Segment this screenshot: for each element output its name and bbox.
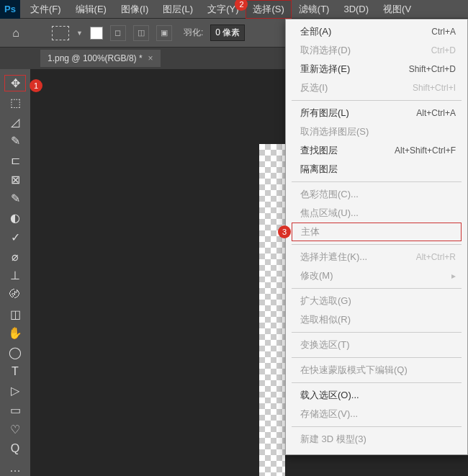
menu-item-label: 全部(A) bbox=[300, 24, 331, 39]
menu-item-10: 色彩范围(C)... bbox=[286, 185, 467, 204]
menu-item-7[interactable]: 查找图层Alt+Shift+Ctrl+F bbox=[286, 141, 467, 160]
menu-item-14: 选择并遮住(K)...Alt+Ctrl+R bbox=[286, 248, 467, 266]
home-icon[interactable]: ⌂ bbox=[6, 27, 26, 40]
select-menu-dropdown: 全部(A)Ctrl+A取消选择(D)Ctrl+D重新选择(E)Shift+Ctr… bbox=[285, 19, 468, 455]
menu-item-shortcut: Alt+Ctrl+R bbox=[416, 250, 456, 264]
menu-item-2[interactable]: 重新选择(E)Shift+Ctrl+D bbox=[286, 60, 467, 78]
menu-item-3: 反选(I)Shift+Ctrl+I bbox=[286, 78, 467, 97]
menu-separator bbox=[292, 382, 462, 383]
blur-tool[interactable]: ✋ bbox=[4, 325, 26, 342]
menu-item-shortcut: Alt+Shift+Ctrl+F bbox=[395, 143, 456, 158]
move-tool[interactable]: ✥ 1 bbox=[4, 75, 26, 91]
menu-item-11: 焦点区域(U)... bbox=[286, 204, 467, 223]
document-tab[interactable]: 1.png @ 100%(RGB/8) * × bbox=[40, 50, 161, 67]
annotation-marker-1: 1 bbox=[30, 79, 42, 92]
menu-item-label: 载入选区(O)... bbox=[300, 388, 359, 403]
healing-tool[interactable]: ◐ bbox=[4, 210, 26, 226]
menu-edit[interactable]: 编辑(E) bbox=[68, 0, 114, 19]
menu-filter[interactable]: 滤镜(T) bbox=[292, 0, 337, 19]
document-title: 1.png @ 100%(RGB/8) * bbox=[48, 53, 143, 63]
brush-tool[interactable]: ✓ bbox=[4, 229, 26, 246]
menu-item-20: 变换选区(T) bbox=[286, 336, 467, 354]
menu-item-24[interactable]: 载入选区(O)... bbox=[286, 386, 467, 405]
menu-layer[interactable]: 图层(L) bbox=[156, 0, 200, 19]
marquee-tool[interactable]: ⬚ bbox=[4, 94, 26, 111]
menu-item-label: 反选(I) bbox=[300, 81, 328, 95]
menu-item-label: 隔离图层 bbox=[300, 162, 338, 176]
menubar: Ps 文件(F) 编辑(E) 图像(I) 图层(L) 文字(Y) 选择(S) 2… bbox=[0, 0, 468, 19]
mode-icon-3[interactable]: ▣ bbox=[156, 25, 172, 41]
menu-separator bbox=[292, 181, 462, 182]
menu-item-6: 取消选择图层(S) bbox=[286, 122, 467, 141]
lasso-tool[interactable]: ◿ bbox=[4, 114, 26, 130]
menu-item-shortcut: Ctrl+A bbox=[431, 24, 456, 39]
annotation-marker-2: 2 bbox=[235, 0, 248, 11]
menu-item-label: 扩大选取(G) bbox=[300, 294, 351, 308]
magic-wand-tool[interactable]: ✎ bbox=[4, 133, 26, 149]
menu-item-shortcut: Alt+Ctrl+A bbox=[416, 106, 456, 120]
menu-item-label: 选取相似(R) bbox=[300, 313, 351, 327]
menu-separator bbox=[292, 357, 462, 358]
hand-tool[interactable]: ♡ bbox=[4, 421, 26, 438]
menu-item-5[interactable]: 所有图层(L)Alt+Ctrl+A bbox=[286, 104, 467, 122]
menu-item-1: 取消选择(D)Ctrl+D bbox=[286, 41, 467, 60]
menu-item-label: 新建 3D 模型(3) bbox=[300, 432, 366, 446]
menu-separator bbox=[292, 100, 462, 101]
dodge-tool[interactable]: ◯ bbox=[4, 344, 26, 361]
frame-tool[interactable]: ⊠ bbox=[4, 171, 26, 188]
menu-item-8[interactable]: 隔离图层 bbox=[286, 160, 467, 179]
gradient-tool[interactable]: ◫ bbox=[4, 306, 26, 323]
pen-tool[interactable]: ▷ bbox=[4, 383, 26, 400]
menu-separator bbox=[292, 426, 462, 427]
transparency-checker bbox=[259, 144, 285, 476]
menu-item-label: 色彩范围(C)... bbox=[300, 187, 359, 202]
close-icon[interactable]: × bbox=[148, 53, 153, 63]
menu-item-shortcut: Ctrl+D bbox=[431, 43, 456, 58]
menu-item-label: 主体 bbox=[301, 225, 320, 239]
menu-view[interactable]: 视图(V bbox=[376, 0, 418, 19]
eyedropper-tool[interactable]: ✎ bbox=[4, 191, 26, 207]
menu-item-15: 修改(M)▸ bbox=[286, 266, 467, 285]
menu-item-label: 取消选择(D) bbox=[300, 43, 351, 58]
chevron-down-icon[interactable]: ▼ bbox=[76, 30, 83, 37]
menu-select[interactable]: 选择(S) 2 bbox=[246, 0, 291, 19]
menu-3d[interactable]: 3D(D) bbox=[336, 1, 376, 17]
menu-image[interactable]: 图像(I) bbox=[114, 0, 156, 19]
tool-column: ✥ 1 ⬚ ◿ ✎ ⊏ ⊠ ✎ ◐ ✓ ⌀ ⊥ 〄 ◫ ✋ ◯ T ▷ ▭ ♡ … bbox=[0, 69, 30, 476]
menu-item-label: 选择并遮住(K)... bbox=[300, 250, 367, 264]
zoom-tool[interactable]: Q bbox=[4, 441, 26, 457]
mode-icon-2[interactable]: ◫ bbox=[133, 25, 149, 41]
menu-separator bbox=[292, 244, 462, 245]
menu-item-0[interactable]: 全部(A)Ctrl+A bbox=[286, 22, 467, 41]
menu-separator bbox=[292, 332, 462, 333]
menu-item-label: 重新选择(E) bbox=[300, 62, 350, 76]
menu-item-label: 所有图层(L) bbox=[300, 106, 349, 120]
feather-input[interactable]: 0 像素 bbox=[210, 24, 245, 41]
marquee-preview-icon[interactable] bbox=[52, 26, 69, 40]
crop-tool[interactable]: ⊏ bbox=[4, 152, 26, 169]
history-brush-tool[interactable]: ⊥ bbox=[4, 267, 26, 284]
fill-swatch[interactable] bbox=[90, 27, 103, 40]
shape-tool[interactable]: ▭ bbox=[4, 402, 26, 418]
more-tools[interactable]: … bbox=[4, 459, 26, 476]
eraser-tool[interactable]: 〄 bbox=[4, 287, 26, 303]
feather-label: 羽化: bbox=[184, 27, 203, 39]
menu-select-label: 选择(S) bbox=[253, 4, 284, 14]
type-tool[interactable]: T bbox=[4, 364, 26, 380]
menu-item-17: 扩大选取(G) bbox=[286, 292, 467, 310]
move-tool-icon: ✥ bbox=[11, 76, 20, 90]
menu-item-label: 取消选择图层(S) bbox=[300, 125, 369, 139]
menu-separator bbox=[292, 288, 462, 289]
menu-item-shortcut: Shift+Ctrl+I bbox=[413, 81, 456, 95]
menu-file[interactable]: 文件(F) bbox=[23, 0, 68, 19]
menu-item-25: 存储选区(V)... bbox=[286, 405, 467, 423]
menu-item-label: 在快速蒙版模式下编辑(Q) bbox=[300, 363, 408, 377]
menu-item-18: 选取相似(R) bbox=[286, 310, 467, 329]
menu-item-label: 修改(M) bbox=[300, 269, 333, 283]
menu-item-label: 焦点区域(U)... bbox=[300, 206, 359, 220]
app-icon: Ps bbox=[0, 0, 20, 19]
menu-item-shortcut: ▸ bbox=[451, 269, 456, 283]
stamp-tool[interactable]: ⌀ bbox=[4, 248, 26, 265]
mode-icon-1[interactable]: ◻ bbox=[110, 25, 126, 41]
menu-item-label: 存储选区(V)... bbox=[300, 407, 358, 421]
